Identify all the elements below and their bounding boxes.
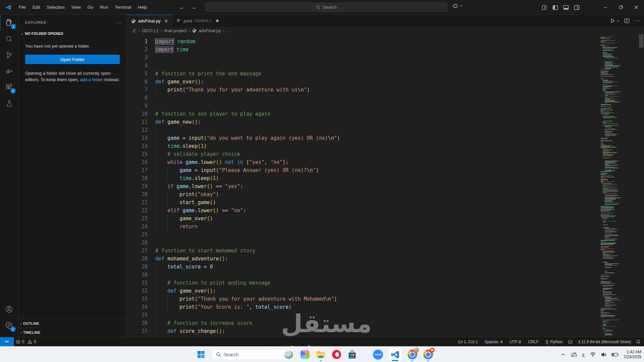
robot-icon[interactable]: [568, 340, 573, 344]
code-editor[interactable]: 1234567891011121314151617181920212223242…: [127, 34, 644, 337]
tab-print-untitled[interactable]: print Untitled-1: [172, 15, 223, 27]
back-icon[interactable]: ←: [179, 4, 185, 11]
code-line[interactable]: game = input("Please Answer (yes) OR (no…: [155, 166, 597, 174]
menu-go[interactable]: Go: [84, 5, 97, 10]
menu-file[interactable]: File: [15, 5, 29, 10]
code-line[interactable]: [155, 62, 597, 70]
copilot-app-button[interactable]: [299, 348, 311, 361]
code-line[interactable]: if game.lower() == "yes":: [155, 182, 597, 190]
code-line[interactable]: [155, 239, 597, 247]
code-line[interactable]: [155, 271, 597, 279]
code-line[interactable]: time.sleep(1): [155, 142, 597, 150]
code-line[interactable]: # function to increase score: [155, 319, 597, 327]
bell-icon[interactable]: [636, 339, 641, 344]
customize-layout-icon[interactable]: [541, 4, 548, 11]
outline-section[interactable]: › OUTLINE: [18, 319, 126, 328]
sidebar-item-search[interactable]: [0, 31, 18, 47]
code-lines[interactable]: import randomimport time# function to pr…: [155, 38, 597, 335]
sidebar-more-actions-icon[interactable]: ···: [116, 19, 122, 25]
code-line[interactable]: [155, 94, 597, 102]
scrollbar-thumb[interactable]: [639, 34, 643, 48]
code-line[interactable]: elif game.lower() == "no":: [155, 206, 597, 215]
code-line[interactable]: # function to ask player to play again: [155, 110, 597, 118]
code-line[interactable]: import random: [155, 38, 597, 46]
zoom-app-button[interactable]: zoom: [372, 348, 384, 361]
encoding[interactable]: UTF-8: [507, 340, 523, 344]
code-line[interactable]: [155, 231, 597, 239]
indentation[interactable]: Spaces: 4: [483, 340, 504, 344]
taskbar-search[interactable]: Search: [211, 349, 295, 360]
code-line[interactable]: # validate player choice: [155, 150, 597, 158]
toggle-secondary-sidebar-icon[interactable]: [574, 4, 580, 11]
remote-indicator[interactable]: [0, 337, 14, 346]
code-line[interactable]: [155, 54, 597, 62]
code-line[interactable]: def game_over():: [155, 287, 597, 295]
timeline-section[interactable]: › TIMELINE: [18, 328, 126, 337]
battery-icon[interactable]: [611, 353, 619, 357]
code-line[interactable]: return: [155, 223, 597, 231]
copilot-button[interactable]: [452, 3, 463, 9]
keyboard-language-indicator[interactable]: ع: [582, 352, 585, 357]
forward-icon[interactable]: →: [191, 4, 197, 11]
code-line[interactable]: print("Thank you for your adventure with…: [155, 295, 597, 303]
code-line[interactable]: game_over(): [155, 215, 597, 223]
breadcrumb-file[interactable]: advFinal.py: [199, 28, 221, 33]
section-no-folder-opened[interactable]: ⌄ NO FOLDER OPENED: [20, 31, 126, 36]
tab-advfinal[interactable]: advFinal.py ✕: [127, 15, 172, 27]
restore-button[interactable]: [613, 0, 629, 15]
code-line[interactable]: def score_change():: [155, 327, 597, 335]
sidebar-item-run-debug[interactable]: [0, 63, 18, 79]
code-line[interactable]: [155, 311, 597, 319]
close-button[interactable]: [629, 0, 644, 15]
code-line[interactable]: time.sleep(1): [155, 174, 597, 182]
breadcrumb-folder[interactable]: DECI L2: [142, 28, 159, 33]
code-line[interactable]: def game_over():: [155, 78, 597, 86]
code-line[interactable]: def mohamed_adventure():: [155, 255, 597, 263]
sidebar-item-testing[interactable]: [0, 95, 18, 111]
clock[interactable]: 1:42 AM 7/23/2025: [624, 350, 641, 360]
breadcrumb-folder[interactable]: final project: [164, 28, 186, 33]
menu-terminal[interactable]: Terminal: [111, 5, 135, 10]
wifi-icon[interactable]: [590, 352, 596, 357]
menu-selection[interactable]: Selection: [43, 5, 68, 10]
tray-chevron-up-icon[interactable]: [561, 352, 566, 357]
start-button[interactable]: [195, 348, 207, 361]
menu-help[interactable]: Help: [135, 5, 150, 10]
code-line[interactable]: start_game(): [155, 198, 597, 206]
menu-edit[interactable]: Edit: [29, 5, 43, 10]
code-line[interactable]: game = input("do you want to play again …: [155, 134, 597, 142]
code-line[interactable]: while game.lower() not in ["yes", "no"]:: [155, 158, 597, 166]
mostaql-app-button[interactable]: [331, 348, 342, 361]
file-explorer-button[interactable]: [315, 348, 326, 361]
onedrive-icon[interactable]: [570, 352, 578, 358]
minimap[interactable]: [600, 34, 621, 337]
more-actions-icon[interactable]: ···: [634, 18, 641, 24]
cursor-position[interactable]: Ln 1, Col 1: [456, 340, 480, 344]
breadcrumb-drive[interactable]: Z:: [133, 28, 137, 33]
menu-run[interactable]: Run: [97, 5, 111, 10]
minimize-button[interactable]: [598, 0, 613, 15]
code-line[interactable]: # function to start mohamed story: [155, 247, 597, 255]
menu-view[interactable]: View: [68, 5, 84, 10]
sidebar-item-explorer[interactable]: 1: [0, 15, 19, 31]
breadcrumb-symbol[interactable]: ...: [226, 28, 230, 33]
code-line[interactable]: # function to print the end meesage: [155, 70, 597, 78]
code-line[interactable]: print("Thank you for your adventure with…: [155, 86, 597, 94]
problems-indicator[interactable]: 0 0: [14, 340, 38, 344]
toggle-primary-sidebar-icon[interactable]: [552, 4, 558, 11]
close-tab-icon[interactable]: ✕: [164, 18, 168, 24]
code-line[interactable]: import time: [155, 46, 597, 54]
toggle-panel-icon[interactable]: [563, 4, 569, 11]
chrome-profile2-button[interactable]: M: [422, 348, 434, 361]
split-editor-icon[interactable]: [624, 18, 630, 23]
settings-button[interactable]: 1: [0, 317, 18, 334]
language-mode[interactable]: {}Python: [544, 340, 565, 344]
account-button[interactable]: [0, 301, 18, 317]
bing-daily-image[interactable]: [284, 350, 293, 359]
code-line[interactable]: print("Your Score is: ", total_score): [155, 303, 597, 311]
open-folder-button[interactable]: Open Folder: [25, 55, 120, 64]
python-interpreter[interactable]: 3.11.9 64-bit (Microsoft Store): [576, 340, 633, 344]
vscode-taskbar-button[interactable]: [388, 348, 402, 361]
sidebar-item-extensions[interactable]: 3: [0, 79, 18, 95]
code-line[interactable]: def game_new():: [155, 118, 597, 126]
